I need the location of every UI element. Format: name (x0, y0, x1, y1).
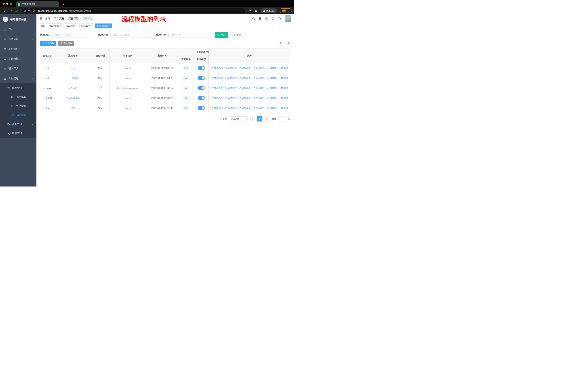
bookmark-button[interactable] (254, 8, 258, 13)
action-delete-button[interactable]: 删除 (281, 76, 288, 80)
window-zoom-button[interactable] (10, 2, 12, 5)
model-name-link[interactable]: 自己审批 (68, 77, 78, 79)
window-minimize-button[interactable] (6, 2, 8, 5)
user-avatar[interactable] (285, 15, 291, 22)
action-assign-rule-button[interactable]: 分配规则 (239, 106, 251, 110)
refresh-table-button[interactable] (285, 40, 290, 46)
model-name-link[interactable]: 滔博 (71, 107, 75, 109)
form-info-link[interactable]: /bpm/oa/leave/create (117, 87, 139, 90)
address-bar[interactable]: 不安全 dashboard.yudao.iocoder.cn/bpm/manag… (21, 8, 246, 13)
search-icon[interactable] (252, 17, 255, 20)
action-publish-button[interactable]: 发布流程 (253, 96, 264, 100)
reset-button[interactable]: 重置 (230, 32, 244, 38)
sidebar-item-home[interactable]: 首页 (0, 24, 36, 34)
browser-menu-icon[interactable]: ⋮ (287, 10, 290, 12)
close-icon[interactable]: × (75, 25, 77, 27)
form-info-link[interactable]: biubiu (125, 67, 131, 69)
action-design-button[interactable]: 设计流程 (225, 76, 237, 80)
breadcrumb-process-mgmt[interactable]: 流程管理 (68, 17, 79, 20)
current-page-button[interactable]: 1 (257, 116, 262, 121)
help-icon[interactable] (265, 17, 268, 20)
tag-process-form[interactable]: 流程表单× (79, 23, 94, 28)
window-close-button[interactable] (2, 2, 5, 5)
browser-tab[interactable]: 芋道管理系统 × (16, 1, 59, 7)
sidebar-item-workflow[interactable]: 工作流程 (0, 74, 36, 83)
form-info-link[interactable]: biubiu (125, 77, 131, 80)
action-delete-button[interactable]: 删除 (281, 96, 288, 100)
action-assign-rule-button[interactable]: 分配规则 (239, 66, 251, 69)
action-edit-button[interactable]: 修改流程 (211, 86, 223, 90)
action-publish-button[interactable]: 发布流程 (253, 66, 264, 69)
action-delete-button[interactable]: 删除 (281, 66, 288, 69)
active-toggle[interactable] (198, 76, 205, 80)
sidebar-item-infrastructure[interactable]: 基础设施 (0, 54, 36, 64)
active-toggle[interactable] (198, 86, 205, 90)
fullscreen-icon[interactable] (272, 17, 275, 20)
action-definition-button[interactable]: 流程定义 (267, 96, 279, 100)
sidebar-item-process-mgmt[interactable]: 流程管理 (0, 83, 36, 92)
github-icon[interactable] (258, 17, 262, 20)
password-key-button[interactable] (248, 8, 253, 13)
model-name-link[interactable]: 测试多审批人 (66, 97, 80, 99)
action-edit-button[interactable]: 修改流程 (211, 66, 223, 69)
sidebar-item-payment-mgmt[interactable]: ¥ 支付管理 (0, 44, 36, 54)
action-design-button[interactable]: 设计流程 (225, 96, 237, 100)
model-name-link[interactable]: OA 请假 (69, 87, 77, 89)
close-icon[interactable]: × (109, 25, 110, 27)
action-delete-button[interactable]: 删除 (281, 106, 288, 110)
forward-button[interactable] (8, 8, 13, 13)
sidebar-item-process-form[interactable]: 流程表单 (0, 92, 36, 102)
new-tab-button[interactable]: + (62, 2, 64, 6)
action-delete-button[interactable]: 删除 (281, 86, 288, 90)
breadcrumb-home[interactable]: 首页 (45, 17, 50, 20)
back-button[interactable] (2, 8, 7, 13)
tag-home[interactable]: 首页 (39, 23, 47, 28)
toggle-search-button[interactable] (278, 40, 284, 46)
tag-process-model[interactable]: 流程模型× (95, 23, 112, 28)
process-key-input[interactable] (52, 32, 94, 38)
action-design-button[interactable]: 设计流程 (225, 86, 237, 90)
close-icon[interactable]: × (60, 25, 61, 27)
create-process-button[interactable]: 新建流程 (40, 40, 56, 46)
import-process-button[interactable]: 导入流程 (58, 40, 74, 46)
next-page-button[interactable] (264, 116, 269, 121)
sidebar-item-system-mgmt[interactable]: 系统管理 (0, 34, 36, 44)
page-size-select[interactable]: 10条/页 (230, 116, 248, 121)
action-design-button[interactable]: 设计流程 (225, 106, 237, 110)
sidebar-item-process-model[interactable]: 流程模型 (0, 111, 36, 120)
tag-my-process[interactable]: 我的流程× (64, 23, 78, 28)
action-assign-rule-button[interactable]: 分配规则 (239, 76, 251, 80)
action-edit-button[interactable]: 修改流程 (211, 76, 223, 80)
process-category-select[interactable]: 流程分类 (168, 32, 211, 38)
action-design-button[interactable]: 设计流程 (225, 66, 237, 69)
tab-close-icon[interactable]: × (56, 3, 58, 6)
action-publish-button[interactable]: 发布流程 (253, 106, 264, 110)
font-size-icon[interactable] (278, 17, 281, 20)
action-assign-rule-button[interactable]: 分配规则 (239, 96, 251, 100)
goto-page-input[interactable] (279, 116, 286, 121)
prev-page-button[interactable] (250, 116, 255, 121)
action-publish-button[interactable]: 发布流程 (253, 76, 264, 80)
action-assign-rule-button[interactable]: 分配规则 (239, 86, 251, 90)
sidebar-toggle-button[interactable] (39, 17, 42, 20)
sidebar-item-user-group[interactable]: 用户分组 (0, 102, 36, 111)
action-edit-button[interactable]: 修改流程 (211, 106, 223, 110)
form-info-link[interactable]: biubiu (125, 107, 131, 110)
close-icon[interactable]: × (91, 25, 92, 27)
action-definition-button[interactable]: 流程定义 (267, 76, 279, 80)
model-name-link[interactable]: eeee (70, 67, 76, 69)
sidebar-item-dev-tools[interactable]: 研发工具 (0, 64, 36, 74)
action-definition-button[interactable]: 流程定义 (267, 106, 279, 110)
sidebar-item-task-mgmt[interactable]: 任务管理 (0, 120, 36, 129)
search-button[interactable]: 搜索 (215, 32, 228, 38)
security-label[interactable]: 不安全 (28, 9, 35, 12)
action-publish-button[interactable]: 发布流程 (253, 86, 264, 90)
action-definition-button[interactable]: 流程定义 (267, 66, 279, 69)
action-definition-button[interactable]: 流程定义 (267, 86, 279, 90)
active-toggle[interactable] (198, 66, 205, 70)
tag-tenant-mgmt[interactable]: 租户管理× (48, 23, 63, 28)
form-info-link[interactable]: biubiu (125, 97, 131, 100)
reload-button[interactable] (14, 8, 19, 13)
sidebar-item-leave-query[interactable]: 请假查询 (0, 129, 36, 138)
active-toggle[interactable] (198, 106, 205, 110)
